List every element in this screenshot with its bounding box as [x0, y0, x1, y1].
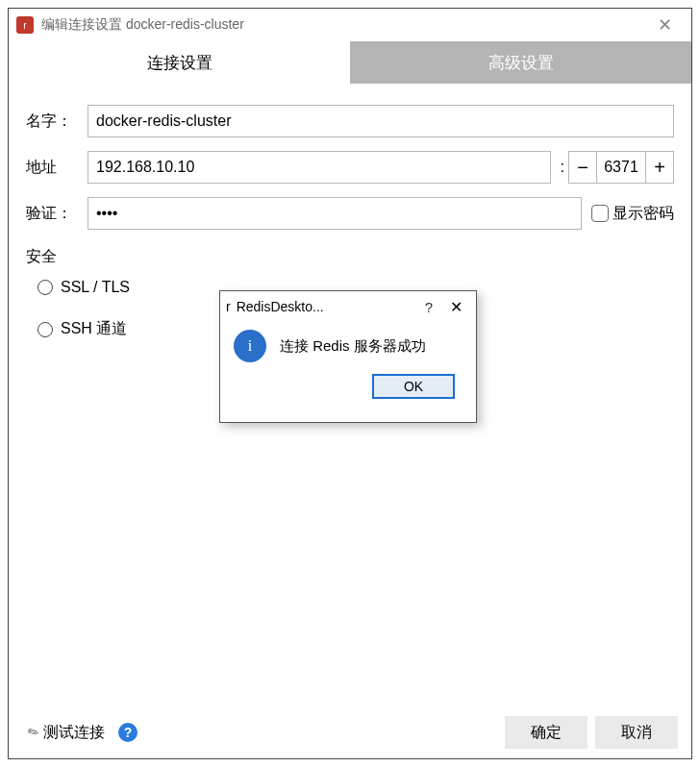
ssh-label: SSH 通道 [61, 319, 127, 339]
app-icon: r [16, 16, 34, 34]
dialog-footer: OK [220, 370, 476, 408]
ok-button[interactable]: 确定 [505, 716, 588, 749]
port-increment-button[interactable]: + [645, 151, 674, 184]
dialog-message: 连接 Redis 服务器成功 [280, 337, 426, 356]
dialog-ok-button[interactable]: OK [372, 374, 455, 399]
port-decrement-button[interactable]: − [568, 151, 597, 184]
port-group: : − + [557, 151, 674, 184]
dialog-body: i 连接 Redis 服务器成功 [220, 322, 476, 370]
checkbox-icon [591, 205, 609, 222]
dialog-close-icon[interactable]: ✕ [442, 298, 470, 316]
dialog-title: RedisDeskto... [237, 299, 324, 314]
help-icon[interactable]: ? [118, 723, 138, 742]
security-section-title: 安全 [26, 247, 674, 267]
tab-connection[interactable]: 连接设置 [9, 41, 350, 84]
tab-advanced[interactable]: 高级设置 [350, 41, 691, 84]
show-password-toggle[interactable]: 显示密码 [591, 204, 674, 224]
titlebar: r 编辑连接设置 docker-redis-cluster ✕ [9, 9, 691, 41]
address-input[interactable] [88, 151, 551, 184]
test-connection-button[interactable]: ✎ 测试连接 [22, 719, 111, 747]
info-icon: i [234, 330, 266, 362]
auth-label: 验证： [26, 204, 88, 224]
dialog-help-icon[interactable]: ? [415, 299, 442, 315]
dialog-titlebar: r RedisDeskto... ? ✕ [220, 291, 476, 322]
port-colon: : [561, 159, 564, 176]
test-connection-label: 测试连接 [43, 723, 105, 743]
window-title: 编辑连接设置 docker-redis-cluster [41, 16, 244, 34]
close-icon[interactable]: ✕ [646, 11, 684, 39]
name-input[interactable] [88, 105, 674, 137]
radio-icon [38, 322, 53, 337]
wand-icon: ✎ [25, 723, 42, 742]
footer: ✎ 测试连接 ? 确定 取消 [9, 706, 691, 758]
success-dialog: r RedisDeskto... ? ✕ i 连接 Redis 服务器成功 OK [219, 290, 477, 423]
auth-input[interactable] [88, 197, 582, 230]
cancel-button[interactable]: 取消 [595, 716, 678, 749]
ssl-label: SSL / TLS [61, 279, 130, 296]
show-password-label: 显示密码 [612, 204, 674, 224]
address-label: 地址 [26, 158, 88, 178]
tabs: 连接设置 高级设置 [9, 41, 691, 84]
name-label: 名字： [26, 111, 88, 132]
port-input[interactable] [597, 151, 645, 184]
app-icon: r [226, 299, 231, 314]
radio-icon [38, 280, 53, 295]
